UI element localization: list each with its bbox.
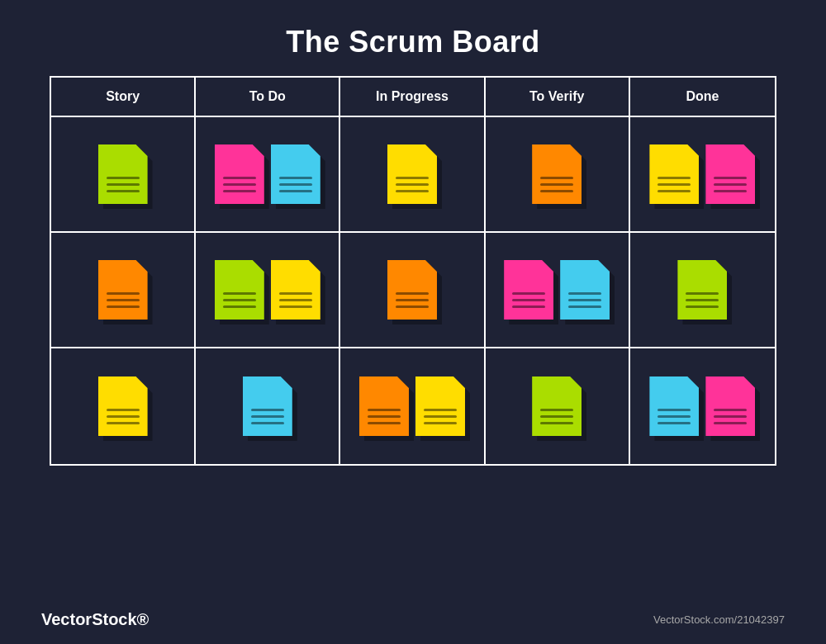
board-cell bbox=[340, 117, 485, 231]
footer-brand: VectorStock® bbox=[41, 610, 149, 629]
header-cell: Story bbox=[51, 78, 196, 116]
board-cell bbox=[51, 233, 196, 347]
sticky-card bbox=[98, 144, 148, 204]
sticky-card bbox=[504, 260, 553, 320]
header-cell: Done bbox=[630, 78, 775, 116]
board-cell bbox=[51, 348, 196, 464]
board-header: StoryTo DoIn ProgressTo VerifyDone bbox=[51, 78, 775, 117]
sticky-card bbox=[415, 376, 465, 436]
sticky-card bbox=[215, 260, 264, 320]
board-cell bbox=[196, 348, 340, 464]
sticky-card bbox=[387, 260, 437, 320]
footer-url: VectorStock.com/21042397 bbox=[653, 613, 785, 626]
page-title: The Scrum Board bbox=[286, 25, 540, 59]
header-cell: To Verify bbox=[486, 78, 630, 116]
sticky-card bbox=[560, 260, 610, 320]
sticky-card bbox=[271, 260, 320, 320]
board-cell bbox=[486, 348, 630, 464]
board-cell bbox=[630, 233, 775, 347]
sticky-card bbox=[532, 144, 582, 204]
sticky-card bbox=[649, 144, 699, 204]
board-body bbox=[51, 117, 775, 464]
board-cell bbox=[196, 117, 340, 231]
board-cell bbox=[486, 233, 630, 347]
header-cell: To Do bbox=[196, 78, 340, 116]
sticky-card bbox=[705, 376, 755, 436]
sticky-card bbox=[359, 376, 409, 436]
sticky-card bbox=[98, 260, 148, 320]
sticky-card bbox=[649, 376, 699, 436]
sticky-card bbox=[215, 144, 264, 204]
sticky-card bbox=[271, 144, 320, 204]
sticky-card bbox=[98, 376, 148, 436]
footer: VectorStock® VectorStock.com/21042397 bbox=[0, 610, 826, 629]
board-cell bbox=[630, 348, 775, 464]
board-cell bbox=[196, 233, 340, 347]
board-row bbox=[51, 233, 775, 348]
board-cell bbox=[486, 117, 630, 231]
board-cell bbox=[340, 233, 485, 347]
header-cell: In Progress bbox=[340, 78, 485, 116]
sticky-card bbox=[705, 144, 755, 204]
board-cell bbox=[630, 117, 775, 231]
scrum-board: StoryTo DoIn ProgressTo VerifyDone bbox=[50, 76, 776, 466]
board-cell bbox=[340, 348, 485, 464]
sticky-card bbox=[387, 144, 437, 204]
board-row bbox=[51, 117, 775, 233]
board-cell bbox=[51, 117, 196, 231]
sticky-card bbox=[532, 376, 582, 436]
board-row bbox=[51, 348, 775, 464]
sticky-card bbox=[243, 376, 292, 436]
sticky-card bbox=[677, 260, 727, 320]
